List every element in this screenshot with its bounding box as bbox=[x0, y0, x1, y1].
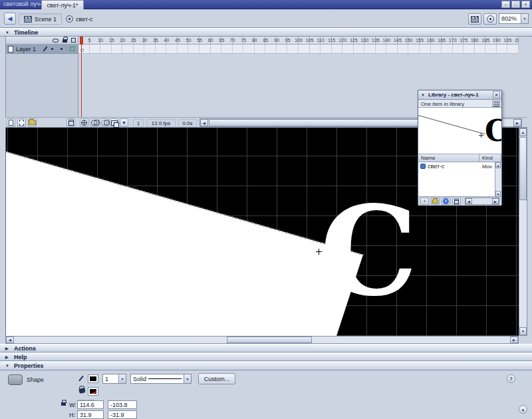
playhead[interactable] bbox=[80, 37, 83, 45]
library-column-kind[interactable]: Kind bbox=[479, 154, 501, 162]
edit-multiple-frames-button[interactable] bbox=[110, 118, 118, 127]
stage-vscrollbar-thumb[interactable] bbox=[519, 137, 527, 200]
scrollbar-corner bbox=[519, 336, 527, 344]
motion-guide-icon bbox=[19, 120, 24, 126]
library-column-name[interactable]: Name bbox=[418, 154, 479, 162]
scroll-right-icon[interactable]: ▶ bbox=[492, 198, 499, 204]
stroke-color-swatch[interactable] bbox=[88, 374, 98, 383]
properties-panel-header[interactable]: ▼ Properties bbox=[0, 361, 532, 370]
expand-properties-button[interactable]: ▲ bbox=[519, 405, 527, 414]
scene-breadcrumb[interactable]: Scene 1 bbox=[19, 13, 62, 25]
stage-vertical-scrollbar[interactable]: ▲ ▼ bbox=[519, 128, 527, 336]
width-input[interactable]: 114.6 bbox=[77, 400, 104, 409]
insert-layer-folder-button[interactable] bbox=[28, 118, 37, 127]
onion-skin-outlines-button[interactable] bbox=[100, 118, 108, 127]
scroll-left-icon[interactable]: ◀ bbox=[6, 337, 14, 343]
onion-skin-button[interactable] bbox=[90, 118, 98, 127]
ruler-frame-number: 180 bbox=[469, 38, 481, 43]
stroke-style-select[interactable]: Solid ▼ bbox=[130, 374, 192, 384]
library-menu-button[interactable] bbox=[492, 100, 500, 107]
layer-icon bbox=[8, 46, 13, 53]
height-input[interactable]: 31.9 bbox=[77, 410, 104, 419]
x-input[interactable]: -103.8 bbox=[108, 400, 137, 409]
layer-row[interactable]: Layer 1 bbox=[6, 45, 78, 54]
ruler-frame-number: 150 bbox=[403, 38, 415, 43]
flash-application-window: световой луч-3* свет-луч-1* – □ × ◀ Scen… bbox=[0, 0, 532, 419]
zoom-control[interactable]: 802% ▼ bbox=[499, 13, 529, 24]
scroll-right-icon[interactable]: ▶ bbox=[513, 119, 521, 126]
scroll-down-icon[interactable]: ▼ bbox=[495, 191, 501, 197]
ruler-frame-number: 140 bbox=[380, 38, 392, 43]
modify-onion-markers-button[interactable]: ▼ bbox=[120, 118, 128, 127]
library-scrollbar[interactable]: ▲ ▼ bbox=[495, 162, 501, 197]
actions-panel-header[interactable]: ▶ Actions bbox=[0, 344, 532, 352]
stroke-height-value: 1 bbox=[103, 376, 108, 382]
stroke-pencil-icon bbox=[78, 375, 84, 381]
ruler-frame-number: 10 bbox=[94, 38, 106, 43]
fill-color-swatch[interactable] bbox=[88, 387, 98, 396]
help-panel-header[interactable]: ▶ Help bbox=[0, 352, 532, 361]
ruler-frame-number: 195 bbox=[501, 38, 513, 43]
new-symbol-button[interactable]: + bbox=[420, 198, 429, 205]
stroke-style-dropdown-icon[interactable]: ▼ bbox=[184, 374, 191, 383]
center-frame-button[interactable] bbox=[80, 118, 88, 127]
help-title: Help bbox=[14, 354, 27, 360]
delete-item-button[interactable] bbox=[452, 198, 461, 205]
scroll-left-icon[interactable]: ◀ bbox=[200, 119, 208, 126]
ruler-frame-number: 75 bbox=[237, 38, 249, 43]
y-input[interactable]: -31.9 bbox=[108, 410, 137, 419]
ruler-frame-number: 170 bbox=[447, 38, 459, 43]
minimize-button[interactable]: – bbox=[501, 1, 510, 8]
scroll-right-icon[interactable]: ▶ bbox=[510, 337, 518, 343]
frame-rate-display[interactable]: 12.0 fps bbox=[146, 119, 176, 127]
scroll-left-icon[interactable]: ◀ bbox=[466, 198, 472, 204]
timeline-panel-header[interactable]: ▼ Timeline bbox=[0, 28, 532, 37]
ruler-frame-number: 130 bbox=[358, 38, 370, 43]
show-hide-all-icon[interactable] bbox=[53, 39, 59, 43]
delete-layer-button[interactable] bbox=[66, 118, 75, 127]
scroll-up-icon[interactable]: ▲ bbox=[495, 162, 501, 168]
layer-outline-color[interactable] bbox=[70, 47, 74, 51]
outline-all-icon[interactable] bbox=[71, 38, 76, 43]
library-panel-header[interactable]: ▼ Library - свет-луч-1 × bbox=[418, 90, 501, 100]
back-button[interactable]: ◀ bbox=[4, 13, 16, 25]
edit-symbols-button[interactable] bbox=[483, 13, 497, 25]
layer-frames-row[interactable] bbox=[78, 45, 519, 54]
document-tab-active[interactable]: свет-луч-1* bbox=[41, 0, 84, 9]
scroll-up-icon[interactable]: ▲ bbox=[519, 128, 527, 136]
custom-stroke-button[interactable]: Custom... bbox=[198, 373, 235, 384]
lock-dimensions-icon[interactable] bbox=[61, 402, 66, 406]
library-horizontal-scrollbar[interactable]: ◀ ▶ bbox=[465, 198, 499, 205]
timeline-layer-column: Layer 1 bbox=[5, 37, 78, 117]
library-close-button[interactable]: × bbox=[493, 91, 500, 98]
item-properties-button[interactable]: i bbox=[442, 198, 450, 205]
selection-type-label: Shape bbox=[27, 376, 44, 383]
timeline-scrollbar-thumb[interactable] bbox=[209, 119, 428, 126]
new-folder-button[interactable] bbox=[431, 198, 440, 205]
ruler-frame-number: 55 bbox=[194, 38, 205, 43]
layer-lock-dot[interactable] bbox=[61, 48, 63, 50]
actions-title: Actions bbox=[14, 345, 36, 352]
library-column-headers: Name Kind bbox=[418, 154, 501, 162]
zoom-dropdown-icon[interactable]: ▼ bbox=[521, 14, 528, 23]
close-button[interactable]: × bbox=[521, 1, 530, 8]
help-button[interactable]: ? bbox=[507, 374, 515, 383]
letter-c-shape[interactable]: C bbox=[320, 245, 418, 257]
symbol-breadcrumb[interactable]: свет-с bbox=[61, 13, 98, 25]
add-motion-guide-button[interactable] bbox=[17, 118, 26, 127]
lock-all-icon[interactable] bbox=[63, 39, 67, 43]
timeline-ruler[interactable]: 5101520253035404550556065707580859095100… bbox=[78, 37, 519, 45]
edit-scene-button[interactable] bbox=[468, 13, 481, 25]
library-preview: C bbox=[418, 108, 501, 154]
insert-layer-button[interactable] bbox=[7, 118, 15, 127]
preview-letter: C bbox=[485, 130, 501, 132]
library-item-row[interactable]: свет-с Mov bbox=[418, 162, 501, 170]
maximize-button[interactable]: □ bbox=[511, 1, 520, 8]
scroll-down-icon[interactable]: ▼ bbox=[519, 327, 527, 335]
stroke-height-select[interactable]: 1 ▼ bbox=[102, 374, 126, 384]
stroke-height-dropdown-icon[interactable]: ▼ bbox=[118, 374, 126, 383]
scene-icon bbox=[24, 16, 32, 23]
layer-visibility-dot[interactable] bbox=[51, 48, 53, 50]
stage-hscrollbar-thumb[interactable] bbox=[227, 337, 312, 343]
stage-horizontal-scrollbar[interactable]: ◀ ▶ bbox=[5, 336, 519, 344]
